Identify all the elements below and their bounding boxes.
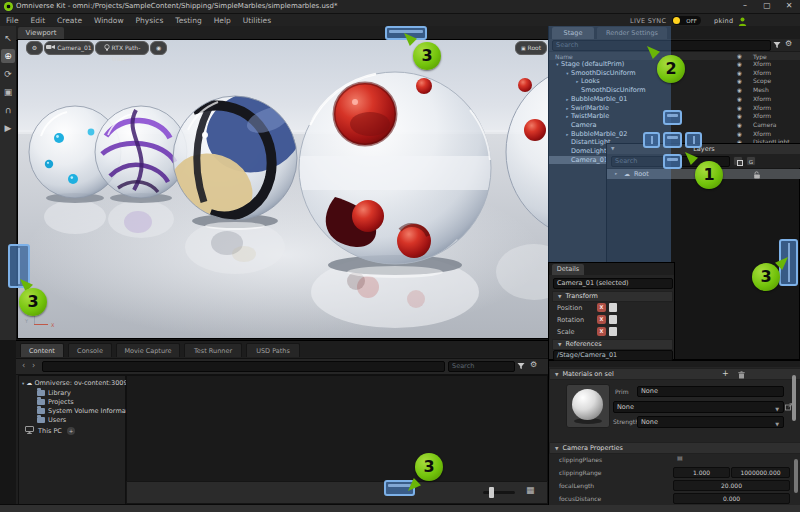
stage-row-bubblemarble-01[interactable]: ▸BubbleMarble_01◉Xform — [549, 95, 800, 104]
viewport-settings-button[interactable]: ⚙ — [26, 41, 43, 55]
tab-content[interactable]: Content — [20, 343, 64, 357]
grid-view-icon[interactable]: ▦ — [526, 485, 535, 495]
live-sync-toggle[interactable]: OFF — [672, 16, 701, 25]
unlock-icon[interactable] — [753, 171, 761, 179]
thumbnail-size-slider[interactable] — [483, 491, 515, 494]
dock-target-center-down[interactable] — [663, 154, 682, 169]
tree-item-omniverse-server[interactable]: ▾ ☁ Omniverse: ov-content:3009 — [19, 378, 125, 388]
tab-console[interactable]: Console — [68, 343, 112, 357]
tree-item-users[interactable]: Users — [19, 416, 143, 426]
trash-icon[interactable] — [738, 371, 745, 379]
menu-edit[interactable]: Edit — [25, 14, 52, 25]
references-section-header[interactable]: ▼References — [552, 339, 673, 350]
content-options-gear-icon[interactable]: ⚙ — [530, 360, 537, 369]
filter-icon[interactable] — [773, 41, 781, 49]
menu-create[interactable]: Create — [51, 14, 88, 25]
viewport-canvas[interactable]: ⚙ Camera_01 RTX Path-traced ◉ ▣ Root Y X — [18, 40, 548, 338]
visibility-menu-button[interactable]: ◉ — [150, 41, 167, 55]
eye-icon[interactable]: ◉ — [737, 121, 742, 130]
clipping-range-max-field[interactable]: 1000000.000 — [731, 467, 790, 478]
material-binding-dropdown[interactable]: None ▼ — [613, 401, 784, 413]
back-icon[interactable]: ‹ — [22, 361, 25, 370]
rotation-value-box[interactable] — [609, 315, 617, 324]
clear-position-button[interactable]: X — [597, 303, 606, 312]
content-file-grid[interactable] — [126, 375, 548, 482]
menu-testing[interactable]: Testing — [169, 14, 207, 25]
user-avatar-icon[interactable] — [738, 17, 747, 26]
position-value-box[interactable] — [609, 303, 617, 312]
dock-target-top-edge[interactable] — [385, 26, 427, 40]
clear-scale-button[interactable]: X — [597, 327, 606, 336]
global-visibility-button[interactable]: G — [746, 156, 756, 166]
tab-test-runner[interactable]: Test Runner — [184, 343, 242, 357]
menu-window[interactable]: Window — [88, 14, 130, 25]
materials-section-header[interactable]: ▼Materials on sel + — [549, 368, 800, 380]
play-button-icon[interactable]: ▶ — [1, 121, 15, 135]
transform-section-header[interactable]: ▼Transform — [552, 291, 673, 302]
renderer-select-button[interactable]: RTX Path-traced — [95, 41, 149, 55]
dock-target-center-left[interactable] — [643, 132, 660, 148]
expand-arrow-icon[interactable]: ▸ — [615, 169, 617, 179]
stage-row-smoothdiscuniform-mesh[interactable]: SmoothDiscUniform◉Mesh — [549, 86, 800, 95]
tab-viewport[interactable]: Viewport — [18, 27, 64, 40]
tab-movie-capture[interactable]: Movie Capture — [116, 343, 180, 357]
eye-icon[interactable]: ◉ — [737, 95, 742, 104]
snap-tool-icon[interactable]: ∩ — [1, 103, 15, 117]
maximize-button[interactable]: ▢ — [760, 1, 774, 10]
eye-icon[interactable]: ◉ — [737, 69, 742, 78]
stage-search-input[interactable]: Search — [552, 40, 771, 51]
scale-value-box[interactable] — [609, 327, 617, 336]
materials-scrollbar[interactable] — [792, 375, 796, 421]
focal-length-field[interactable]: 20.000 — [673, 480, 790, 491]
dock-target-center-right[interactable] — [685, 132, 702, 148]
menu-physics[interactable]: Physics — [130, 14, 170, 25]
forward-icon[interactable]: › — [32, 361, 35, 370]
strength-dropdown[interactable]: None ▼ — [637, 416, 784, 428]
move-tool-icon[interactable]: ⊕ — [1, 49, 15, 63]
scale-tool-icon[interactable]: ▣ — [1, 85, 15, 99]
eye-icon[interactable]: ◉ — [737, 60, 742, 69]
dock-target-left-edge[interactable] — [8, 244, 30, 288]
eye-icon[interactable]: ◉ — [737, 112, 742, 121]
menu-utilities[interactable]: Utilities — [237, 14, 277, 25]
tab-details[interactable]: Details — [552, 264, 584, 275]
tree-item-this-pc[interactable]: This PC + — [19, 426, 131, 436]
add-material-button[interactable]: + — [722, 369, 729, 379]
layers-panel-header[interactable]: ▼ Layers — [607, 144, 800, 154]
clipping-range-min-field[interactable]: 1.000 — [673, 467, 730, 478]
content-search-input[interactable]: Search — [448, 361, 515, 372]
dock-target-center[interactable] — [663, 132, 682, 148]
root-transform-button[interactable]: ▣ Root — [515, 41, 547, 55]
collapse-arrow-icon[interactable]: ▼ — [611, 144, 614, 154]
filter-icon[interactable] — [517, 362, 525, 370]
tree-open-icon[interactable]: ▾ — [22, 381, 24, 386]
focus-distance-field[interactable]: 0.000 — [673, 493, 790, 504]
menu-file[interactable]: File — [0, 14, 25, 25]
eye-icon[interactable]: ◉ — [737, 86, 742, 95]
stage-options-gear-icon[interactable]: ⚙ — [785, 39, 792, 48]
camera-select-button[interactable]: Camera_01 — [44, 41, 94, 55]
close-button[interactable]: ✕ — [782, 1, 796, 10]
menu-help[interactable]: Help — [208, 14, 237, 25]
add-connection-badge[interactable]: + — [67, 427, 75, 435]
rotate-tool-icon[interactable]: ⟳ — [1, 67, 15, 81]
prim-value-field[interactable]: None — [637, 386, 784, 397]
dock-target-center-up[interactable] — [663, 110, 682, 125]
camera-scrollbar[interactable] — [794, 459, 798, 493]
camera-icon — [46, 44, 55, 50]
eye-icon[interactable]: ◉ — [737, 77, 742, 86]
stack-icon[interactable]: ▤ — [677, 454, 683, 461]
material-preview-thumbnail[interactable] — [566, 384, 610, 428]
eye-icon[interactable]: ◉ — [737, 130, 742, 139]
tab-usd-paths[interactable]: USD Paths — [246, 343, 300, 357]
tab-render-settings[interactable]: Render Settings — [597, 27, 667, 39]
camera-properties-header[interactable]: ▼Camera Properties — [549, 442, 800, 454]
layer-option-button[interactable] — [733, 156, 743, 166]
minimize-button[interactable]: – — [738, 1, 752, 10]
thumbnail-size-slider-thumb[interactable] — [489, 487, 494, 498]
path-breadcrumb-input[interactable] — [42, 361, 445, 372]
clear-rotation-button[interactable]: X — [597, 315, 606, 324]
select-tool-icon[interactable]: ↖ — [1, 31, 15, 45]
eye-icon[interactable]: ◉ — [737, 104, 742, 113]
tab-stage[interactable]: Stage — [552, 27, 594, 39]
